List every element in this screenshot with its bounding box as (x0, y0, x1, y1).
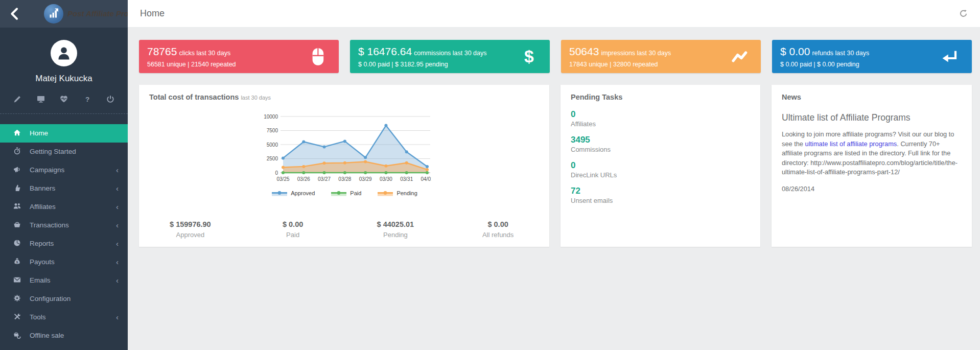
back-chevron-icon[interactable] (8, 7, 21, 20)
profile-section: Matej Kukucka ? (0, 28, 128, 103)
stat-line1: 50643impressions last 30 days (569, 45, 753, 58)
sidebar-item-campaigns[interactable]: Campaigns‹ (0, 161, 128, 179)
stat-card-return-arrow[interactable]: $ 0.00refunds last 30 days$ 0.00 paid | … (772, 40, 972, 73)
avatar (51, 40, 77, 66)
total-approved: $ 159976.90Approved (139, 220, 242, 239)
sidebar-menu: HomeGetting StartedCampaigns‹Banners‹Aff… (0, 124, 128, 345)
pending-task-unsent-emails: 72Unsent emails (571, 186, 750, 205)
basket-icon (13, 217, 21, 225)
expand-chevron-icon: ‹ (116, 308, 119, 326)
brand-name: Post Affiliate Pro (67, 0, 128, 28)
page-header: Home (128, 0, 980, 28)
chart-legend: ApprovedPaidPending (252, 190, 436, 196)
news-article-title: Ultimate list of Affiliate Programs (782, 112, 962, 123)
sidebar-item-affiliates[interactable]: Affiliates‹ (0, 198, 128, 216)
sidebar-item-configuration[interactable]: Configuration (0, 290, 128, 308)
transactions-chart: 02500500075001000003/2503/2603/2703/2803… (252, 112, 436, 196)
legend-swatch-icon (271, 190, 288, 196)
total-pending: $ 44025.01Pending (344, 220, 447, 239)
chart-panel-title: Total cost of transactionslast 30 days (149, 93, 539, 101)
sidebar-item-label: Emails (30, 276, 51, 284)
pending-tasks-list: 0Affiliates3495Commissions0DirecLink URL… (571, 109, 750, 205)
svg-text:04/01: 04/01 (421, 176, 431, 182)
stat-subtext: $ 0.00 paid | $ 3182.95 pending (358, 61, 542, 68)
refresh-icon[interactable] (959, 9, 968, 18)
total-all-refunds: $ 0.00All refunds (447, 220, 549, 239)
sidebar-header: Post Affiliate Pro (0, 0, 128, 28)
line-chart-icon (731, 48, 748, 66)
news-title: News (782, 93, 962, 101)
legend-swatch-icon (377, 190, 394, 196)
envelope-icon (13, 272, 21, 280)
sidebar-item-tools[interactable]: Tools‹ (0, 308, 128, 326)
legend-swatch-icon (330, 190, 347, 196)
legend-item-paid: Paid (330, 190, 361, 196)
stat-card-line-chart[interactable]: 50643impressions last 30 days17843 uniqu… (561, 40, 761, 73)
sidebar-item-reports[interactable]: Reports‹ (0, 235, 128, 253)
sidebar-item-emails[interactable]: Emails‹ (0, 271, 128, 290)
sidebar-item-label: Getting Started (30, 148, 76, 155)
pencil-icon[interactable] (13, 95, 21, 103)
news-date: 08/26/2014 (782, 185, 962, 193)
chart-totals-row: $ 159976.90Approved$ 0.00Paid$ 44025.01P… (139, 220, 549, 239)
svg-text:5000: 5000 (266, 142, 278, 148)
sidebar-item-label: Affiliates (30, 203, 56, 211)
stat-line1: 78765clicks last 30 days (147, 45, 331, 58)
svg-text:03/29: 03/29 (359, 176, 371, 182)
svg-text:10000: 10000 (264, 114, 278, 120)
sidebar-item-transactions[interactable]: Transactions‹ (0, 216, 128, 235)
gear-icon (13, 291, 21, 298)
sidebar-item-label: Transactions (30, 221, 69, 229)
svg-text:03/30: 03/30 (379, 176, 392, 182)
svg-text:2500: 2500 (266, 156, 278, 161)
hand-pointer-icon (13, 180, 21, 188)
sidebar-item-home[interactable]: Home (0, 124, 128, 143)
stat-cards-row: 78765clicks last 30 days56581 unique | 2… (139, 40, 972, 73)
pie-chart-icon (13, 236, 21, 243)
expand-chevron-icon: ‹ (116, 271, 119, 290)
sidebar-item-banners[interactable]: Banners‹ (0, 179, 128, 198)
stat-card-dollar[interactable]: $ 16476.64commissions last 30 days$ 0.00… (350, 40, 550, 73)
tools-icon (13, 309, 21, 317)
stat-card-mouse[interactable]: 78765clicks last 30 days56581 unique | 2… (139, 40, 339, 73)
main-area: Home 78765clicks last 30 days56581 uniqu… (128, 0, 980, 350)
sidebar-item-offline-sale[interactable]: Offline sale (0, 326, 128, 345)
power-icon[interactable] (106, 95, 114, 103)
stat-line1: $ 16476.64commissions last 30 days (358, 45, 542, 58)
svg-text:03/27: 03/27 (318, 176, 331, 182)
stat-line1: $ 0.00refunds last 30 days (780, 45, 964, 58)
sidebar-item-label: Offline sale (30, 332, 64, 339)
svg-text:03/25: 03/25 (276, 176, 289, 182)
svg-text:03/26: 03/26 (297, 176, 310, 182)
stat-subtext: $ 0.00 paid | $ 0.00 pending (780, 61, 964, 68)
sidebar-item-label: Payouts (30, 258, 55, 266)
news-link[interactable]: ultimate list of affiliate programs (805, 140, 897, 148)
app-logo-icon (44, 4, 63, 24)
expand-chevron-icon: ‹ (116, 235, 119, 253)
help-icon[interactable]: ? (83, 95, 91, 103)
stat-subtext: 17843 unique | 32800 repeated (569, 61, 753, 68)
monitor-icon[interactable] (37, 95, 45, 103)
pending-task-commissions: 3495Commissions (571, 135, 750, 154)
app-window: Post Affiliate Pro Matej Kukucka ? HomeG… (0, 0, 980, 350)
total-paid: $ 0.00Paid (242, 220, 344, 239)
svg-text:?: ? (85, 96, 89, 103)
stat-subtext: 56581 unique | 21540 repeated (147, 61, 331, 68)
panels-row: Total cost of transactionslast 30 days 0… (139, 85, 972, 247)
sidebar-item-label: Home (30, 129, 48, 137)
offline-sale-icon (13, 328, 21, 335)
sidebar-item-label: Configuration (30, 295, 71, 302)
heart-pulse-icon[interactable] (60, 95, 68, 103)
news-panel: News Ultimate list of Affiliate Programs… (772, 85, 972, 247)
svg-text:$: $ (524, 48, 534, 66)
svg-text:03/31: 03/31 (400, 176, 413, 182)
megaphone-icon (13, 162, 21, 170)
sidebar-item-payouts[interactable]: $Payouts‹ (0, 253, 128, 271)
pending-tasks-panel: Pending Tasks 0Affiliates3495Commissions… (561, 85, 760, 247)
pending-task-direclink-urls: 0DirecLink URLs (571, 160, 750, 180)
sidebar-item-getting-started[interactable]: Getting Started (0, 143, 128, 161)
news-body: Looking to join more affiliate programs?… (782, 130, 962, 177)
users-icon (13, 199, 21, 206)
chart-panel: Total cost of transactionslast 30 days 0… (139, 85, 549, 247)
svg-text:03/28: 03/28 (338, 176, 351, 182)
